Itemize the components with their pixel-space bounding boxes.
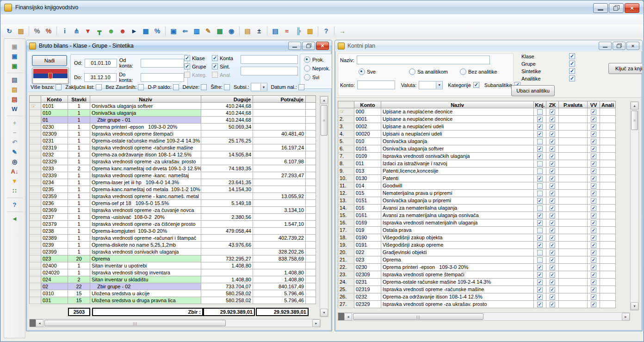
vv-checkbox[interactable]: ✓ <box>591 235 596 241</box>
restore-button[interactable] <box>609 3 624 13</box>
zk-checkbox[interactable]: ✓ <box>550 183 555 189</box>
knj-checkbox[interactable] <box>537 168 543 174</box>
knj-checkbox[interactable]: ✓ <box>537 117 543 122</box>
table-row[interactable]: 7. 0109 Ispravka vrednosti osnivačkih ul… <box>338 153 616 160</box>
knj-checkbox[interactable]: ✓ <box>537 272 543 278</box>
table-row[interactable]: 0239 1 Oprema-diskete no name 5,25,1,2mb… <box>29 242 316 249</box>
table-row[interactable]: 0234 1 Oprema-laser jet iii hp 109-4-0 1… <box>29 179 316 186</box>
scrollbar-thumb[interactable]: ≡ <box>321 105 328 136</box>
line-chart-icon[interactable]: ≈ <box>281 26 292 36</box>
klase-checkbox[interactable]: ✓ <box>184 55 190 61</box>
knj-checkbox[interactable]: ✓ <box>537 198 543 204</box>
back-icon[interactable]: ◄ <box>8 215 21 223</box>
table-row[interactable]: 0237 1 Oprema -usisivač 108-0-2 20% 2.38… <box>29 214 316 221</box>
vv-checkbox[interactable]: ✓ <box>591 131 596 137</box>
table-row[interactable]: 21. 023 Oprema ✓ ✓ <box>338 256 616 264</box>
knj-checkbox[interactable]: ✓ <box>537 124 543 130</box>
scroll-up-icon[interactable]: ▲ <box>320 96 328 104</box>
menu-item[interactable] <box>53 18 61 21</box>
konta-filter-input-1[interactable] <box>241 55 298 64</box>
zk-checkbox[interactable]: ✓ <box>550 139 555 144</box>
scrollbar-thumb[interactable]: ||| <box>44 320 226 326</box>
vv-checkbox[interactable]: ✓ <box>591 154 596 159</box>
scroll-left-icon[interactable]: ◄ <box>344 313 352 321</box>
kontni-horizontal-scrollbar[interactable]: ◄ ||| ► <box>338 312 630 321</box>
knj-checkbox[interactable] <box>537 161 543 167</box>
table-row[interactable]: 02359 1 Ispravka vrednosti opreme - kanc… <box>29 193 316 200</box>
table-row[interactable]: 02399 1 Ispravka vrednosti osnivackih ul… <box>29 249 316 255</box>
zk-checkbox[interactable]: ✓ <box>550 302 555 307</box>
table-row[interactable]: 10. 0130 Patenti ✓ ✓ ✓ <box>338 175 616 182</box>
knj-checkbox[interactable]: ✓ <box>537 280 543 285</box>
table-row[interactable]: 24. 0231 Oprema-ostale računske mašine 1… <box>338 279 616 286</box>
table-row[interactable]: 0231 1 Oprema-ostale računske mašine 109… <box>29 137 316 144</box>
table-row[interactable]: 26. 0232 Oprema-za održavanje itison 108… <box>338 293 616 301</box>
prok-radio[interactable] <box>304 56 310 63</box>
vv-checkbox[interactable]: ✓ <box>591 228 596 233</box>
nadi-button[interactable]: Nađi <box>32 55 67 66</box>
knj-checkbox[interactable]: ✓ <box>537 131 543 137</box>
menu-item[interactable] <box>62 18 70 21</box>
table-row[interactable]: 0310 15 Uložena sredstva u akcije 580.25… <box>29 290 316 297</box>
plus-minus-icon[interactable]: ± <box>254 26 265 36</box>
table-row[interactable]: 13. 0151 Osnivačka ulaganja u pripremi ✓… <box>338 197 616 205</box>
percent-doc-icon[interactable]: % <box>152 26 163 36</box>
sort-az-icon[interactable]: A↓ <box>8 168 21 175</box>
scroll-down-icon[interactable]: ▼ <box>631 302 638 310</box>
filter-checkbox[interactable] <box>224 84 230 90</box>
zk-checkbox[interactable]: ✓ <box>550 294 555 300</box>
table-row[interactable]: 16. 0169 Ispravka vrednosti nematerijaln… <box>338 219 616 227</box>
user-green-icon[interactable]: ☻ <box>105 26 117 36</box>
bruto-vertical-scrollbar[interactable]: ▲ ≡ ▼ <box>320 96 328 317</box>
knj-checkbox[interactable] <box>537 205 543 211</box>
table-row[interactable]: 02400 1 Sitan inventar u upotrebi 1.408,… <box>29 262 316 269</box>
type-checkbox[interactable]: ✓ <box>569 68 575 74</box>
naziv-input[interactable] <box>357 56 490 64</box>
scroll-left-icon[interactable]: ◄ <box>36 319 43 327</box>
table-row[interactable]: 0238 1 Oprema-kompjuteri 109-3-0 20% 479… <box>29 228 316 235</box>
vv-checkbox[interactable]: ✓ <box>591 176 596 181</box>
zk-checkbox[interactable]: ✓ <box>550 198 555 204</box>
konta-filter-input-2[interactable] <box>241 67 298 75</box>
child-minimize-button[interactable] <box>288 42 301 50</box>
table-row[interactable]: 0235 1 Oprema-kanc.nameštaj od metala 10… <box>29 186 316 193</box>
menu-item[interactable] <box>16 18 24 21</box>
vv-checkbox[interactable]: ✓ <box>591 243 596 248</box>
datum-nal-checkbox[interactable] <box>298 84 304 90</box>
edit-note-icon[interactable]: ✎ <box>8 148 21 156</box>
table-row[interactable]: 6. 0101 Osnivačka ulaganja softver ✓ ✓ ✓ <box>338 145 616 153</box>
grupe-checkbox[interactable]: ✓ <box>184 63 190 69</box>
table-row[interactable]: 12. 015 Nematerijalna prava u pripremi ✓… <box>338 190 616 197</box>
child-close-button[interactable]: × <box>626 42 639 50</box>
table-row[interactable]: ☞ 000 Upisane a neuplaćene deonice ✓ ✓ <box>338 108 616 116</box>
main-title-bar[interactable]: Finansijsko knjigovodstvo × <box>0 0 644 14</box>
open-folder-icon[interactable]: ▨ <box>15 26 26 36</box>
table-row[interactable]: 02329 1 Ispravka vrednosti opreme -za uk… <box>29 158 316 165</box>
zk-checkbox[interactable]: ✓ <box>550 272 555 278</box>
do-konta-input[interactable] <box>141 73 184 82</box>
knj-checkbox[interactable] <box>537 183 543 189</box>
minimize-button[interactable] <box>593 3 608 13</box>
table-row[interactable]: 4. 00020 Upisani a neuplaćeni udeli ✓ ✓ … <box>338 131 616 138</box>
table-row[interactable]: 23. 02309 Ispravka vrednosti opreme štem… <box>338 271 616 279</box>
kontni-vertical-scrollbar[interactable]: ▲ ≡ ▼ <box>630 101 639 311</box>
vv-checkbox[interactable]: ✓ <box>591 257 596 263</box>
svi-radio[interactable] <box>304 74 310 81</box>
serbia-flag-button[interactable] <box>32 68 69 84</box>
do-date-input[interactable] <box>84 73 117 82</box>
vv-checkbox[interactable]: ✓ <box>591 146 596 152</box>
database-icon[interactable]: ▥ <box>304 26 316 36</box>
vv-checkbox[interactable]: ✓ <box>591 198 596 204</box>
vv-checkbox[interactable]: ✓ <box>591 124 596 130</box>
table-row[interactable]: ☞ 0101 1 Osnivačka ulaganja softver 410.… <box>29 103 316 110</box>
table-row[interactable]: 02379 1 Ispravka vrednosti opreme -za či… <box>29 221 316 228</box>
filter-funnel-icon[interactable]: ▼ <box>8 177 21 185</box>
type-checkbox[interactable]: ✓ <box>569 75 575 81</box>
document-info-icon[interactable]: i <box>59 26 70 36</box>
zk-checkbox[interactable]: ✓ <box>550 176 555 181</box>
menu-item[interactable] <box>43 18 52 21</box>
ubaci-analitiku-button[interactable]: Ubaci analitiku <box>511 85 555 96</box>
percent-report-icon[interactable]: % <box>43 26 54 36</box>
vv-checkbox[interactable]: ✓ <box>591 117 596 122</box>
scroll-up-icon[interactable]: ▲ <box>631 102 638 110</box>
